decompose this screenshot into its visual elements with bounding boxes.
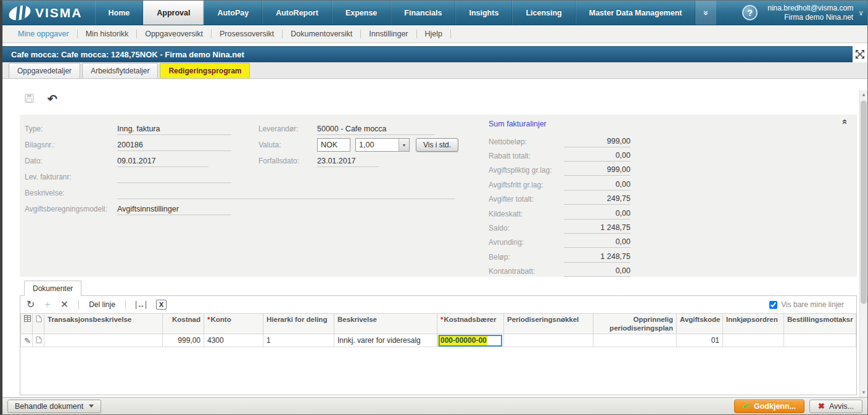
col-hierarki-for-deling: Hierarki for deling <box>263 314 334 334</box>
summary-label: Avgiftsfritt gr.lag: <box>489 181 564 189</box>
collapse-section-button[interactable]: « <box>843 116 847 126</box>
top-navigation-bar: VISMA Home Approval AutoPay AutoReport E… <box>2 1 867 25</box>
summary-row: Rabatt totalt:0,00 <box>489 149 630 163</box>
beskrivelse-field[interactable] <box>117 187 455 199</box>
field-label: Lev. fakturanr: <box>25 173 117 181</box>
subnav-dokumentoversikt[interactable]: Dokumentoversikt <box>283 30 360 38</box>
valuta-rate-value: 1,00 <box>356 141 399 149</box>
nav-item-licensing[interactable]: Licensing <box>512 1 575 25</box>
summary-row: Saldo:1 248,75 <box>489 221 630 235</box>
kostnadsbaerer-input[interactable]: 000-00000-00 <box>439 335 502 347</box>
sum-fakturalinjer-title[interactable]: Sum fakturalinjer <box>489 120 630 128</box>
scroll-up-icon[interactable]: ▲ <box>860 90 867 99</box>
nav-overflow-button[interactable]: » <box>695 1 716 25</box>
subnav-mine-oppgaver[interactable]: Mine oppgaver <box>10 30 77 38</box>
subnav-min-historikk[interactable]: Min historikk <box>78 30 136 38</box>
nav-item-expense[interactable]: Expense <box>332 1 391 25</box>
cell-kostnad[interactable]: 999,00 <box>163 334 204 347</box>
field-label: Beskrivelse: <box>25 189 117 197</box>
show-only-mine-checkbox[interactable] <box>769 301 777 309</box>
scrollbar-thumb[interactable] <box>861 101 867 304</box>
tab-arbeidsflytdetaljer[interactable]: Arbeidsflytdetaljer <box>82 63 158 78</box>
field-row-avgiftsberegningsmodell: Avgiftsberegningsmodell: Avgiftsinnstill… <box>25 201 469 217</box>
chevron-down-icon: ▼ <box>399 139 409 151</box>
row-attachment-cell[interactable] <box>33 334 44 347</box>
tab-redigeringsprogram[interactable]: Redigeringsprogram <box>160 63 250 78</box>
field-row-beskrivelse: Beskrivelse: <box>25 185 469 201</box>
sum-fakturalinjer-panel: Sum fakturalinjer Nettobeløp:999,00 Raba… <box>489 117 630 279</box>
col-konto: *Konto <box>204 314 263 334</box>
field-label: Valuta: <box>258 141 317 149</box>
nav-item-approval[interactable]: Approval <box>143 1 204 25</box>
summary-label: Kontantrabatt: <box>489 267 564 276</box>
refresh-icon[interactable]: ↻ <box>27 300 35 310</box>
vertical-scrollbar[interactable]: ▲ ▼ <box>859 90 867 397</box>
forfallsdato-field[interactable]: 23.01.2017 <box>317 155 379 167</box>
summary-row: Kontantrabatt:0,00 <box>489 265 630 279</box>
vis-i-std-button[interactable]: Vis i std. <box>416 138 458 152</box>
cell-opprinnelig-plan[interactable] <box>593 334 677 347</box>
subnav-prosessoversikt[interactable]: Prosessoversikt <box>212 30 282 38</box>
table-header-row: Transaksjonsbeskrivelse Kostnad *Konto H… <box>21 314 856 334</box>
show-only-mine-label: Vis bare mine linjer <box>781 300 844 309</box>
visma-logo: VISMA <box>2 1 95 25</box>
check-icon: ✔ <box>743 401 750 411</box>
document-icon <box>36 315 42 323</box>
cell-konto[interactable]: 4300 <box>204 334 263 347</box>
summary-label: Rabatt totalt: <box>489 152 564 160</box>
nav-item-financials[interactable]: Financials <box>391 1 455 25</box>
scroll-down-icon[interactable]: ▼ <box>860 388 867 397</box>
chevron-double-down-icon: » <box>701 10 711 15</box>
expand-fullscreen-icon[interactable] <box>853 46 867 62</box>
grid-icon <box>24 315 31 322</box>
nav-item-insights[interactable]: Insights <box>455 1 512 25</box>
subnav-oppgaveoversikt[interactable]: Oppgaveoversikt <box>137 30 211 38</box>
avvis-button[interactable]: ✖ Avvis... <box>809 400 862 413</box>
nav-item-home[interactable]: Home <box>95 1 144 25</box>
fit-columns-icon[interactable]: ↔ <box>136 301 146 309</box>
summary-row: Avgiftspliktig gr.lag:999,00 <box>489 163 630 178</box>
col-kostnadsbaerer: *Kostnadsbærer <box>437 314 504 334</box>
avgiftspliktig-grlag-value: 999,00 <box>564 165 630 176</box>
behandle-dokument-button[interactable]: Behandle dokument <box>7 400 101 413</box>
document-title: Cafe mocca: Cafe mocca: 1248,75NOK - Fir… <box>11 50 244 59</box>
user-caret-icon[interactable]: ∨ <box>858 9 867 17</box>
avgiftsberegningsmodell-field[interactable]: Avgiftsinnstillinger <box>117 203 231 215</box>
tab-oppgavedetaljer[interactable]: Oppgavedetaljer <box>9 63 80 78</box>
col-innkjopsordren: Innkjøpsordren <box>723 314 784 334</box>
type-field[interactable]: Inng. faktura <box>117 123 231 135</box>
dato-field[interactable]: 09.01.2017 <box>117 155 209 167</box>
user-menu[interactable]: nina.bredholt@visma.com Firma demo Nina.… <box>767 4 858 22</box>
cell-periodiseringsnokkel[interactable] <box>504 334 593 347</box>
col-bestillingsmottak: Bestillingsmottaksr <box>784 314 856 334</box>
cell-transaksjonsbeskrivelse[interactable] <box>44 334 163 347</box>
export-excel-icon[interactable]: X <box>156 300 167 310</box>
subnav-hjelp[interactable]: Hjelp <box>417 30 451 38</box>
valuta-code-input[interactable] <box>317 138 350 152</box>
save-button[interactable] <box>25 94 34 105</box>
cell-beskrivelse[interactable]: Innkj. varer for videresalg <box>334 334 437 347</box>
bilagsnr-field[interactable]: 200186 <box>117 139 231 151</box>
cell-avgiftskode[interactable]: 01 <box>677 334 723 347</box>
cell-bestillingsmottak[interactable] <box>784 334 856 347</box>
action-footer: Behandle dokument ✔ Godkjenn... ✖ Avvis.… <box>2 397 867 414</box>
help-icon[interactable]: ? <box>742 5 758 20</box>
delete-line-icon[interactable]: ✕ <box>60 300 68 310</box>
lev-fakturanr-field[interactable] <box>117 171 231 183</box>
valuta-rate-dropdown[interactable]: 1,00 ▼ <box>355 138 410 152</box>
undo-button[interactable]: ↶ <box>48 94 57 105</box>
col-avgiftskode: Avgiftskode <box>677 314 723 334</box>
cell-hierarki[interactable]: 1 <box>263 334 334 347</box>
nav-item-master-data-management[interactable]: Master Data Management <box>576 1 696 25</box>
tab-dokumenter[interactable]: Dokumenter <box>24 281 81 296</box>
cell-innkjopsordren[interactable] <box>723 334 784 347</box>
leverandor-field[interactable]: 50000 - Cafe mocca <box>317 123 434 135</box>
add-line-icon[interactable]: + <box>44 300 50 310</box>
godkjenn-button[interactable]: ✔ Godkjenn... <box>734 400 804 413</box>
saldo-value: 1 248,75 <box>564 223 630 234</box>
subnav-innstillinger[interactable]: Innstillinger <box>361 30 416 38</box>
nav-item-autoreport[interactable]: AutoReport <box>262 1 332 25</box>
row-edit-cell[interactable]: ✎ <box>21 334 33 347</box>
nav-item-autopay[interactable]: AutoPay <box>204 1 262 25</box>
del-linje-button[interactable]: Del linje <box>89 300 115 309</box>
